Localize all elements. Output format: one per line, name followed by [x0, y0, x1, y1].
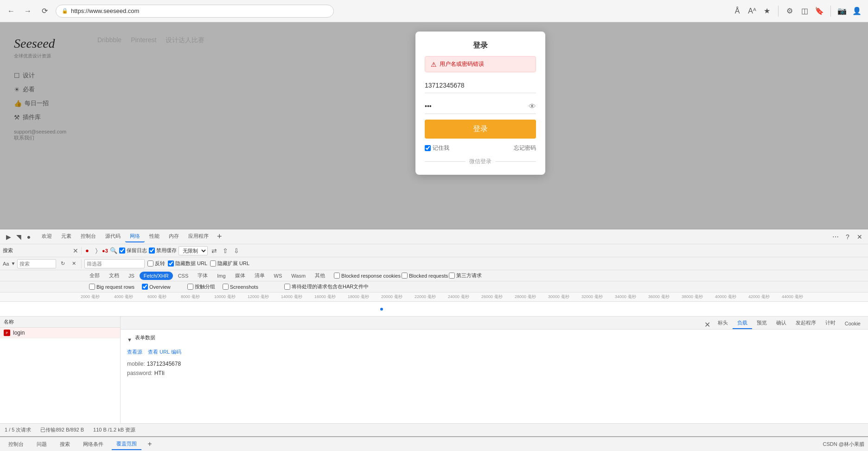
filter-input[interactable]	[84, 259, 145, 268]
filter-tag-fetch[interactable]: Fetch/XHR	[140, 272, 173, 280]
font-size-icon[interactable]: Aᴬ	[747, 6, 758, 17]
blocked-requests-checkbox[interactable]	[402, 273, 408, 279]
devtools-tab-elements[interactable]: 元素	[57, 231, 76, 242]
group-by-checkbox[interactable]	[187, 284, 193, 290]
detail-tab-payload[interactable]: 负载	[733, 318, 752, 329]
login-button[interactable]: 登录	[425, 120, 536, 139]
detail-close-button[interactable]: ✕	[702, 320, 713, 329]
filter-tag-ws[interactable]: WS	[270, 272, 287, 280]
overview-checkbox[interactable]	[142, 284, 148, 290]
bottom-tab-network-conditions[interactable]: 网络条件	[78, 439, 108, 450]
hide-data-url-checkbox[interactable]	[168, 260, 174, 267]
network-item-login[interactable]: P login	[0, 328, 120, 338]
devtools-tab-welcome[interactable]: 欢迎	[37, 231, 57, 242]
add-bottom-tab-button[interactable]: +	[145, 439, 154, 449]
more-icon[interactable]: ●	[24, 232, 33, 241]
detail-tab-preview[interactable]: 预览	[752, 318, 772, 329]
bottom-tab-coverage[interactable]: 覆盖范围	[112, 438, 141, 450]
disable-cache-checkbox[interactable]	[149, 248, 155, 254]
filter-icon-btn[interactable]: 🔍	[110, 247, 117, 254]
filter-tag-wasm[interactable]: Wasm	[287, 272, 310, 280]
detail-tab-header[interactable]: 标头	[713, 318, 733, 329]
detail-tab-initiator[interactable]: 发起程序	[791, 318, 821, 329]
wechat-login[interactable]: 微信登录	[425, 158, 536, 165]
inverse-checkbox[interactable]	[147, 260, 153, 267]
split-icon[interactable]: ◫	[799, 6, 810, 17]
add-panel-button[interactable]: +	[217, 232, 222, 241]
third-party-label[interactable]: 第三方请求	[449, 272, 482, 279]
back-button[interactable]: ←	[6, 6, 17, 17]
throttle-select[interactable]: 无限制	[179, 246, 208, 255]
group-by-label[interactable]: 按触分组	[187, 283, 215, 290]
detail-tab-timing[interactable]: 计时	[821, 318, 840, 329]
clear-search-icon[interactable]: ✕	[69, 259, 78, 268]
devtools-tab-performance[interactable]: 性能	[145, 231, 164, 242]
screenshots-label[interactable]: Screenshots	[223, 284, 258, 290]
filter-tag-manifest[interactable]: 清单	[250, 271, 269, 280]
filter-tag-font[interactable]: 字体	[193, 271, 212, 280]
inspect-icon[interactable]: ▶	[4, 232, 13, 241]
clear-button[interactable]: 〉	[93, 247, 100, 254]
address-bar[interactable]: 🔒 https://www.seeseed.com	[56, 5, 334, 18]
refresh-search-icon[interactable]: ↻	[58, 259, 67, 268]
detail-tab-cookie[interactable]: Cookie	[840, 319, 865, 329]
blocked-requests-label[interactable]: Blocked requests	[402, 273, 448, 279]
favorites-icon[interactable]: 🔖	[814, 6, 825, 17]
settings-icon[interactable]: ⚙	[784, 6, 795, 17]
hide-data-url-label[interactable]: 隐藏数据 URL	[168, 260, 207, 267]
third-party-checkbox[interactable]	[449, 273, 455, 279]
devtools-tab-application[interactable]: 应用程序	[184, 231, 213, 242]
forward-button[interactable]: →	[22, 6, 33, 17]
hide-ext-url-label[interactable]: 隐藏扩展 URL	[210, 260, 249, 267]
view-url-link[interactable]: 查看 URL 编码	[148, 349, 181, 356]
phone-input[interactable]	[425, 78, 536, 93]
filter-tag-css[interactable]: CSS	[174, 272, 193, 280]
blocked-cookies-label[interactable]: Blocked response cookies	[334, 273, 401, 279]
filter-tag-doc[interactable]: 文档	[105, 271, 123, 280]
filter-tag-all[interactable]: 全部	[85, 271, 104, 280]
view-source-link[interactable]: 查看源	[127, 349, 142, 356]
remember-me-label[interactable]: 记住我	[425, 144, 449, 152]
filter-tag-media[interactable]: 媒体	[231, 271, 249, 280]
preserve-log-checkbox[interactable]	[119, 248, 125, 254]
bottom-tab-console[interactable]: 控制台	[4, 439, 28, 450]
collapse-arrow[interactable]: ▼	[127, 337, 132, 343]
search-close-icon[interactable]: ✕	[73, 247, 78, 254]
inverse-label[interactable]: 反转	[147, 260, 165, 267]
upload-icon[interactable]: ⇧	[221, 246, 230, 255]
filter-tag-img[interactable]: Img	[213, 272, 230, 280]
profile-icon[interactable]: 👤	[851, 6, 862, 17]
translate-icon[interactable]: Å	[732, 6, 743, 17]
help-icon[interactable]: ?	[843, 232, 852, 241]
close-devtools-icon[interactable]: ✕	[855, 232, 864, 241]
hide-ext-url-checkbox[interactable]	[210, 260, 216, 267]
har-option-label[interactable]: 将待处理的请求包含在HAR文件中	[284, 283, 369, 290]
collections-icon[interactable]: 📷	[836, 6, 848, 17]
devtools-tab-network[interactable]: 网络	[125, 231, 145, 242]
device-icon[interactable]: ◥	[14, 232, 23, 241]
big-rows-label[interactable]: Big request rows	[89, 284, 134, 290]
bottom-tab-search[interactable]: 搜索	[55, 439, 75, 450]
bookmark-icon[interactable]: ★	[761, 6, 772, 17]
remember-me-checkbox[interactable]	[425, 145, 431, 151]
devtools-tab-sources[interactable]: 源代码	[101, 231, 125, 242]
blocked-cookies-checkbox[interactable]	[334, 273, 340, 279]
screenshots-checkbox[interactable]	[223, 284, 229, 290]
password-input[interactable]	[425, 99, 536, 114]
more-options-icon[interactable]: ⋯	[831, 232, 840, 241]
wifi-icon[interactable]: ⇄	[210, 246, 219, 255]
har-option-checkbox[interactable]	[284, 284, 290, 290]
big-rows-checkbox[interactable]	[89, 284, 95, 290]
disable-cache-label[interactable]: 禁用缓存	[149, 247, 177, 254]
eye-toggle-icon[interactable]: 👁	[529, 102, 536, 111]
detail-tab-confirm[interactable]: 确认	[772, 318, 791, 329]
case-icon[interactable]: ▼	[11, 261, 15, 266]
bottom-tab-issues[interactable]: 问题	[32, 439, 51, 450]
filter-tag-other[interactable]: 其他	[311, 271, 329, 280]
devtools-tab-console[interactable]: 控制台	[76, 231, 101, 242]
overview-label[interactable]: Overview	[142, 284, 171, 290]
record-button[interactable]: ●	[83, 247, 91, 254]
preserve-log-label[interactable]: 保留日志	[119, 247, 147, 254]
download-icon[interactable]: ⇩	[232, 246, 241, 255]
filter-tag-js[interactable]: JS	[124, 272, 139, 280]
